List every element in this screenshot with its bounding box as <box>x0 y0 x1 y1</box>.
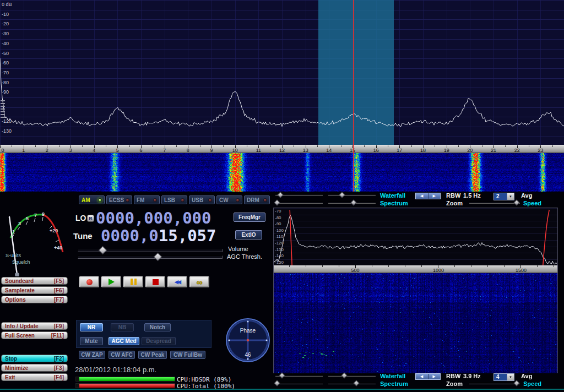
frequency-ruler[interactable]: 01234567891011121314151617181920212223 <box>0 145 564 153</box>
spectrum-brightness-slider[interactable] <box>328 382 376 384</box>
speed-label: Speed <box>523 200 541 206</box>
spinner-right-arrow-icon[interactable]: ▶ <box>429 193 441 199</box>
zoom-slider[interactable] <box>469 382 520 384</box>
agc-threshold-slider[interactable] <box>78 255 223 259</box>
transport-loop-button[interactable]: ∞ <box>189 276 209 287</box>
mode-button-cw[interactable]: CW <box>216 195 242 204</box>
slider-thumb[interactable] <box>274 380 280 386</box>
loop-icon: ∞ <box>197 278 203 286</box>
dsp-button-mute[interactable]: Mute <box>80 337 103 345</box>
slider-thumb[interactable] <box>274 199 280 205</box>
dsp-button-despread[interactable]: Despread <box>142 337 176 345</box>
dsp-button-agc-med[interactable]: AGC Med <box>109 337 139 345</box>
mode-button-fm[interactable]: FM <box>134 195 160 204</box>
band-button[interactable]: B <box>87 215 94 222</box>
cpu-hdsdr-bar <box>75 377 175 382</box>
mode-button-lsb[interactable]: LSB <box>161 195 187 204</box>
zoom-slider-thumb[interactable] <box>514 380 520 386</box>
dsp-button-cw-peak[interactable]: CW Peak <box>138 351 167 359</box>
volume-slider[interactable] <box>78 249 223 252</box>
spectrum-brightness-slider[interactable] <box>328 202 376 204</box>
play-icon <box>109 279 115 285</box>
hdsdr-window: 0 dB-10-20-30-40-50-60-70-80-90-120-130 … <box>0 0 564 392</box>
pause-icon <box>131 279 137 285</box>
sub-frequency-ruler[interactable]: 50010001500 <box>274 265 557 273</box>
dsp-button-nb[interactable]: NB <box>111 323 134 331</box>
button-label: Samplerate <box>5 287 35 293</box>
waterfall-contrast-slider[interactable] <box>275 194 323 196</box>
sub-ruler-number: 500 <box>350 268 360 273</box>
sub-spectrum-display[interactable]: -70-80-90-100-110-120-130-140-150 <box>274 208 557 265</box>
sidebar-button-samplerate[interactable]: Samplerate[F6] <box>1 286 68 294</box>
button-hotkey: [F5] <box>54 278 64 284</box>
ruler-minor-tick <box>12 145 12 147</box>
waterfall-contrast-slider[interactable] <box>275 374 323 377</box>
mode-button-drm[interactable]: DRM <box>244 195 270 204</box>
transport-rewind-button[interactable]: ◀◀ <box>167 276 187 287</box>
transport-play-button[interactable] <box>101 276 121 287</box>
sidebar-button-options[interactable]: Options[F7] <box>1 296 68 303</box>
dsp-button-notch[interactable]: Notch <box>144 323 171 331</box>
s-meter: 1 3 5 7 9 +20 +40 S-units Squelch <box>0 193 73 276</box>
button-hotkey: [F9] <box>54 323 64 329</box>
mode-button-ecss[interactable]: ECSS <box>106 195 132 204</box>
transport-stop-button[interactable] <box>145 276 165 287</box>
slider-thumb[interactable] <box>278 192 284 198</box>
slider-thumb[interactable] <box>279 372 285 378</box>
sub-db-axis-label: -150 <box>275 260 284 265</box>
dropdown-arrow-icon[interactable]: ▼ <box>507 193 514 200</box>
dsp-button-cw-afc[interactable]: CW AFC <box>109 351 135 359</box>
sidebar-button-info-update[interactable]: Info / Update[F9] <box>1 322 68 330</box>
main-spectrum-display[interactable]: 0 dB-10-20-30-40-50-60-70-80-90-120-130 <box>0 0 564 145</box>
main-waterfall-display[interactable] <box>0 153 564 192</box>
slider-thumb[interactable] <box>351 199 357 205</box>
waterfall-speed-spinner[interactable]: ◀▶ <box>415 373 441 380</box>
tune-frequency-display[interactable]: 0000,015,057 <box>101 228 216 244</box>
extio-button[interactable]: ExtIO <box>235 230 262 239</box>
spinner-left-arrow-icon[interactable]: ◀ <box>416 193 429 199</box>
zoom-slider[interactable] <box>469 202 520 204</box>
spinner-left-arrow-icon[interactable]: ◀ <box>416 374 429 379</box>
ruler-number: 2 <box>42 148 52 153</box>
waterfall-brightness-slider[interactable] <box>328 194 376 196</box>
spinner-right-arrow-icon[interactable]: ▶ <box>429 374 441 379</box>
dsp-button-cw-fullbw[interactable]: CW FullBw <box>170 351 205 359</box>
slider-thumb[interactable] <box>339 192 345 198</box>
meter-over-number: +20 <box>50 228 58 233</box>
sub-ruler-tick <box>372 265 372 267</box>
mode-button-usb[interactable]: USB <box>189 195 215 204</box>
mode-label: DRM <box>247 197 259 203</box>
waterfall-speed-spinner[interactable]: ◀▶ <box>415 193 441 199</box>
zoom-slider-thumb[interactable] <box>514 199 520 205</box>
phase-dot <box>247 358 249 360</box>
spectrum-contrast-slider[interactable] <box>275 382 323 384</box>
transport-pause-button[interactable] <box>123 276 143 287</box>
sidebar-button-full-screen[interactable]: Full Screen[F11] <box>1 331 68 339</box>
ruler-number: 20 <box>465 148 475 153</box>
freqmgr-button[interactable]: FreqMgr <box>234 213 265 222</box>
sidebar-button-soundcard[interactable]: Soundcard[F5] <box>1 277 68 285</box>
avg-select[interactable]: 2▼ <box>494 193 514 200</box>
sub-waterfall-display[interactable] <box>274 273 557 373</box>
avg-select[interactable]: 4▼ <box>494 373 514 381</box>
sub-ruler-tick <box>405 265 405 267</box>
dsp-button-nr[interactable]: NR <box>80 323 103 331</box>
spectrum-contrast-slider[interactable] <box>275 202 323 204</box>
sub-db-axis-label: -90 <box>275 221 281 226</box>
meter-scale-number: 5 <box>26 216 29 221</box>
dsp-button-cw-zap[interactable]: CW ZAP <box>79 351 105 359</box>
volume-slider-thumb[interactable] <box>99 246 107 255</box>
slider-thumb[interactable] <box>341 372 347 378</box>
agc-threshold-slider-thumb[interactable] <box>153 253 162 262</box>
ruler-minor-tick <box>129 145 130 147</box>
mode-button-am[interactable]: AM <box>79 195 105 204</box>
sidebar-button-exit[interactable]: Exit[F4] <box>1 373 68 381</box>
transport-record-button[interactable] <box>79 276 99 287</box>
sidebar-button-stop[interactable]: Stop[F2] <box>1 355 68 362</box>
slider-thumb[interactable] <box>353 380 359 386</box>
dropdown-arrow-icon[interactable]: ▼ <box>507 374 514 380</box>
waterfall-brightness-slider[interactable] <box>328 374 376 377</box>
ruler-minor-tick <box>458 145 459 147</box>
sidebar-button-minimize[interactable]: Minimize[F3] <box>1 364 68 372</box>
lo-frequency-display[interactable]: 0000,000,000 <box>96 210 212 226</box>
